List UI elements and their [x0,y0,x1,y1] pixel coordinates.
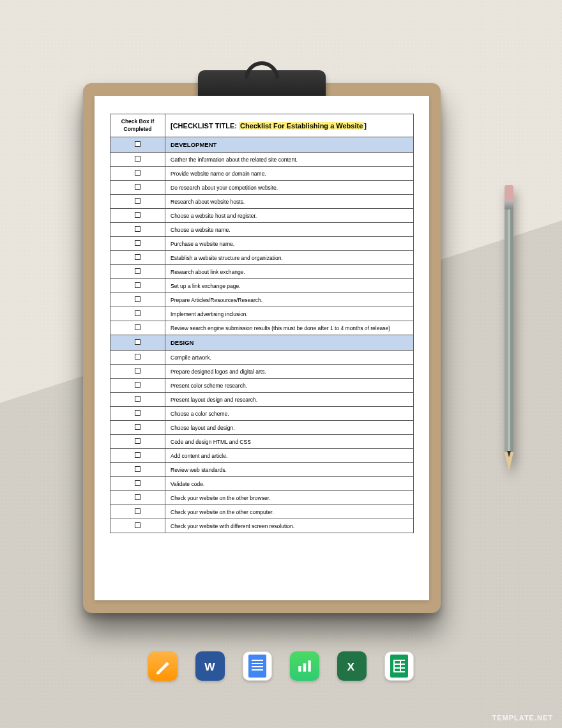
checklist-item-text: Do research about your competition websi… [165,181,414,195]
checkbox-icon[interactable] [135,438,140,444]
checklist-row: Review search engine submission results … [110,321,414,335]
table-header-row: Check Box If Completed [CHECKLIST TITLE:… [110,114,414,137]
svg-text:X: X [347,660,354,673]
checkbox-cell[interactable] [110,195,165,209]
checkbox-cell[interactable] [110,407,165,421]
header-checkbox-label: Check Box If Completed [110,114,165,137]
checkbox-icon[interactable] [135,198,140,204]
checkbox-icon[interactable] [135,494,140,500]
checkbox-cell[interactable] [110,265,165,279]
checklist-item-text: Code and design HTML and CSS [165,435,414,449]
checkbox-icon[interactable] [135,212,140,218]
watermark: TEMPLATE.NET [492,714,553,722]
title-suffix: ] [364,122,367,130]
checkbox-icon[interactable] [135,310,140,316]
checklist-item-text: Research about link exchange. [165,265,414,279]
checkbox-icon[interactable] [135,354,140,360]
header-check-line1: Check Box If [121,118,155,125]
checkbox-cell[interactable] [110,435,165,449]
checkbox-cell[interactable] [110,365,165,379]
checkbox-icon[interactable] [135,522,140,528]
checkbox-icon[interactable] [135,382,140,388]
checkbox-cell[interactable] [110,279,165,293]
checkbox-icon[interactable] [135,508,140,514]
checkbox-icon[interactable] [135,184,140,190]
checkbox-cell[interactable] [110,421,165,435]
svg-rect-3 [308,660,310,671]
checklist-item-text: Choose layout and design. [165,421,414,435]
checklist-row: Review web standards. [110,463,414,477]
checklist-item-text: Present layout design and research. [165,393,414,407]
checkbox-icon[interactable] [135,452,140,458]
checkbox-icon[interactable] [135,410,140,416]
checkbox-icon[interactable] [135,156,140,162]
checkbox-cell[interactable] [110,307,165,321]
checkbox-cell[interactable] [110,379,165,393]
pages-icon[interactable] [148,651,178,681]
checkbox-icon[interactable] [135,296,140,302]
section-header-row: DESIGN [110,335,414,351]
checklist-item-text: Check your website on the other browser. [165,491,414,505]
checklist-item-text: Compile artwork. [165,351,414,365]
checklist-item-text: Provide website name or domain name. [165,167,414,181]
checkbox-icon[interactable] [135,141,140,147]
checkbox-icon[interactable] [135,226,140,232]
google-docs-icon[interactable] [243,651,272,681]
checkbox-icon[interactable] [135,396,140,402]
section-name: DEVELOPMENT [165,137,414,153]
checklist-item-text: Choose a color scheme. [165,407,414,421]
checkbox-cell[interactable] [110,209,165,223]
checkbox-icon[interactable] [135,254,140,260]
section-checkbox-cell[interactable] [110,137,165,153]
checklist-item-text: Add content and article. [165,449,414,463]
checkbox-cell[interactable] [110,463,165,477]
excel-icon[interactable]: X [337,651,367,681]
checkbox-icon[interactable] [135,480,140,486]
checkbox-cell[interactable] [110,223,165,237]
checklist-row: Compile artwork. [110,351,414,365]
checkbox-cell[interactable] [110,167,165,181]
checklist-item-text: Review search engine submission results … [165,321,414,335]
checklist-item-text: Choose a website host and register. [165,209,414,223]
checkbox-cell[interactable] [110,505,165,519]
numbers-icon[interactable] [290,651,319,681]
checklist-item-text: Establish a website structure and organi… [165,251,414,265]
checkbox-cell[interactable] [110,393,165,407]
checklist-row: Prepare Articles/Resources/Research. [110,293,414,307]
checkbox-icon[interactable] [135,268,140,274]
checkbox-icon[interactable] [135,368,140,374]
word-icon[interactable]: W [195,651,225,681]
checkbox-cell[interactable] [110,321,165,335]
checklist-row: Gather the information about the related… [110,153,414,167]
checkbox-cell[interactable] [110,519,165,533]
checkbox-icon[interactable] [135,240,140,246]
checkbox-cell[interactable] [110,237,165,251]
checklist-row: Do research about your competition websi… [110,181,414,195]
checkbox-icon[interactable] [135,324,140,330]
checkbox-cell[interactable] [110,477,165,491]
checklist-row: Present layout design and research. [110,393,414,407]
checklist-row: Choose a color scheme. [110,407,414,421]
checkbox-icon[interactable] [135,424,140,430]
checklist-item-text: Prepare Articles/Resources/Research. [165,293,414,307]
checkbox-icon[interactable] [135,466,140,472]
checkbox-cell[interactable] [110,491,165,505]
title-prefix: [CHECKLIST TITLE: [171,122,239,130]
checkbox-cell[interactable] [110,181,165,195]
checklist-item-text: Check your website with different screen… [165,519,414,533]
checkbox-cell[interactable] [110,351,165,365]
checklist-item-text: Research about website hosts. [165,195,414,209]
checklist-row: Check your website on the other computer… [110,505,414,519]
checklist-row: Implement advertising inclusion. [110,307,414,321]
checkbox-cell[interactable] [110,153,165,167]
checkbox-icon[interactable] [135,170,140,176]
checkbox-icon[interactable] [135,339,140,345]
section-checkbox-cell[interactable] [110,335,165,351]
checkbox-icon[interactable] [135,282,140,288]
checklist-row: Choose layout and design. [110,421,414,435]
checkbox-cell[interactable] [110,449,165,463]
checkbox-cell[interactable] [110,251,165,265]
checklist-item-text: Present color scheme research. [165,379,414,393]
google-sheets-icon[interactable] [384,651,414,681]
checkbox-cell[interactable] [110,293,165,307]
